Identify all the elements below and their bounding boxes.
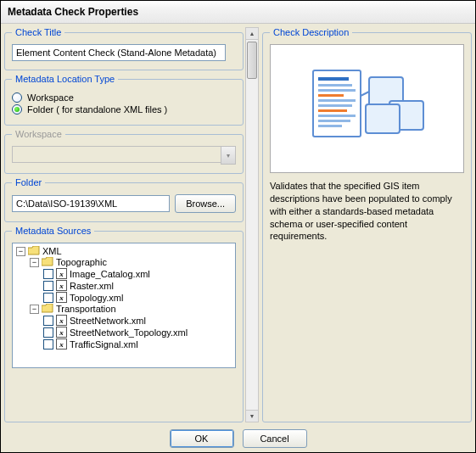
collapse-icon[interactable]: − [30, 258, 39, 267]
tree-file[interactable]: xRaster.xml [43, 280, 233, 291]
window-title: Metadata Check Properties [1, 1, 475, 24]
file-checkbox[interactable] [43, 281, 53, 291]
radio-folder[interactable] [12, 104, 22, 115]
file-label: StreetNetwork_Topology.xml [70, 327, 188, 338]
check-title-group: Check Title [4, 27, 244, 70]
svg-rect-7 [318, 109, 347, 112]
xml-file-icon: x [56, 327, 67, 338]
button-bar: OK Cancel [1, 426, 475, 451]
content-area: Check Title Metadata Location Type Works… [1, 24, 475, 426]
svg-rect-9 [318, 120, 350, 122]
check-description-group: Check Description [262, 27, 472, 422]
svg-rect-4 [318, 94, 344, 97]
tree-group[interactable]: − Topographic [30, 257, 233, 267]
check-title-legend: Check Title [12, 27, 64, 37]
left-scrollbar[interactable]: ▲ ▼ [245, 27, 259, 422]
file-label: TrafficSignal.xml [70, 339, 138, 350]
svg-rect-2 [318, 84, 352, 87]
svg-rect-8 [318, 115, 356, 117]
check-description-legend: Check Description [270, 27, 352, 37]
check-title-input[interactable] [12, 44, 226, 61]
tree-group-label: Topographic [56, 257, 107, 267]
metadata-sources-group: Metadata Sources − XML [4, 226, 244, 422]
svg-rect-3 [318, 89, 356, 92]
folder-icon [42, 257, 53, 267]
tree-file[interactable]: xStreetNetwork_Topology.xml [43, 327, 233, 338]
xml-file-icon: x [56, 338, 67, 350]
workspace-combo: ▾ [12, 146, 236, 165]
metadata-sources-legend: Metadata Sources [12, 226, 94, 236]
metadata-sources-tree[interactable]: − XML − Topographic [12, 243, 236, 368]
browse-button[interactable]: Browse... [175, 194, 236, 213]
tree-group[interactable]: − Transportation [30, 304, 233, 314]
file-label: Raster.xml [70, 281, 114, 291]
radio-workspace-row[interactable]: Workspace [12, 92, 236, 103]
folder-icon [28, 246, 40, 256]
xml-file-icon: x [56, 292, 67, 303]
scroll-thumb[interactable] [247, 42, 257, 79]
svg-line-14 [361, 92, 369, 96]
folder-path-input[interactable] [12, 195, 170, 212]
tree-file[interactable]: xStreetNetwork.xml [43, 315, 233, 326]
workspace-input [12, 146, 221, 163]
folder-group: Folder Browse... [4, 177, 244, 222]
svg-rect-1 [318, 77, 349, 81]
ok-button[interactable]: OK [170, 429, 234, 448]
svg-rect-5 [318, 99, 356, 102]
workspace-group: Workspace ▾ [4, 129, 244, 174]
file-checkbox[interactable] [43, 316, 53, 326]
scroll-up-arrow[interactable]: ▲ [246, 28, 258, 40]
radio-workspace-label: Workspace [27, 92, 74, 103]
collapse-icon[interactable]: − [16, 247, 25, 256]
svg-rect-13 [366, 104, 400, 133]
scroll-down-arrow[interactable]: ▼ [246, 410, 258, 422]
tree-root-label: XML [42, 246, 62, 256]
svg-rect-10 [318, 125, 342, 127]
folder-icon [42, 304, 53, 314]
file-label: Topology.xml [70, 293, 123, 303]
tree-root[interactable]: − XML [16, 246, 233, 256]
radio-folder-label: Folder ( for standalone XML files ) [27, 104, 167, 115]
tree-file[interactable]: xTrafficSignal.xml [43, 338, 233, 350]
file-label: StreetNetwork.xml [70, 316, 146, 326]
location-type-legend: Metadata Location Type [12, 74, 118, 84]
description-image [270, 44, 464, 173]
location-type-group: Metadata Location Type Workspace Folder … [4, 74, 244, 126]
xml-file-icon: x [56, 280, 67, 291]
tree-group-label: Transportation [56, 304, 116, 314]
file-checkbox[interactable] [43, 293, 53, 303]
tree-file[interactable]: xImage_Catalog.xml [43, 268, 233, 279]
xml-file-icon: x [56, 315, 67, 326]
workspace-dropdown-button: ▾ [221, 146, 236, 165]
description-text: Validates that the specified GIS item de… [270, 180, 464, 243]
xml-file-icon: x [56, 268, 67, 279]
tree-file[interactable]: xTopology.xml [43, 292, 233, 303]
svg-rect-6 [318, 104, 352, 107]
cancel-button[interactable]: Cancel [243, 429, 307, 448]
radio-workspace[interactable] [12, 92, 22, 103]
file-label: Image_Catalog.xml [70, 269, 150, 279]
folder-legend: Folder [12, 177, 45, 187]
workspace-legend: Workspace [12, 129, 65, 139]
file-checkbox[interactable] [43, 269, 53, 279]
collapse-icon[interactable]: − [30, 305, 39, 314]
file-checkbox[interactable] [43, 327, 53, 338]
radio-folder-row[interactable]: Folder ( for standalone XML files ) [12, 104, 236, 115]
file-checkbox[interactable] [43, 339, 53, 350]
